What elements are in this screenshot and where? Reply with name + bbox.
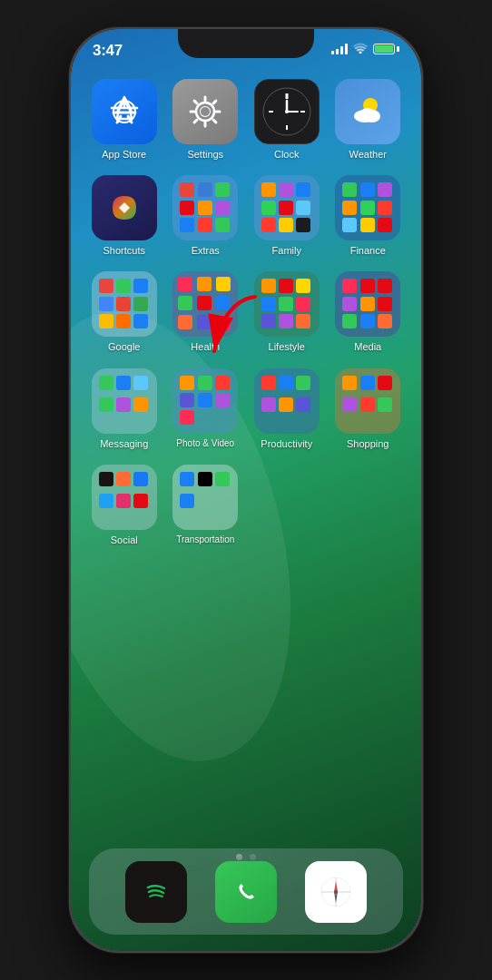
social-icon [92,465,157,530]
productivity-label: Productivity [261,438,312,450]
shopping-label: Shopping [347,438,389,450]
productivity-icon [254,368,320,434]
app-item-family[interactable]: Family [250,175,324,257]
app-item-extras[interactable]: Extras [169,175,243,257]
health-label: Health [191,341,220,353]
svg-point-18 [360,108,375,119]
app-item-google[interactable]: Google [87,271,162,353]
clock-icon [254,79,320,144]
svg-point-19 [140,876,172,908]
appstore-icon [92,79,157,144]
app-item-shopping[interactable]: Shopping [331,368,406,450]
screen: 3:47 [71,29,421,951]
extras-label: Extras [192,245,220,257]
messaging-icon [92,368,157,434]
app-item-social[interactable]: Social [87,465,162,546]
family-icon [254,175,320,240]
shortcuts-icon [92,175,157,240]
transportation-icon [172,465,238,530]
photo-video-label: Photo & Video [176,438,234,449]
social-label: Social [111,534,138,546]
svg-point-14 [285,110,289,113]
app-item-health[interactable]: Health [169,271,243,353]
lifestyle-icon [254,271,320,337]
app-item-media[interactable]: Media [331,271,406,353]
lifestyle-label: Lifestyle [269,341,305,353]
dock [89,848,403,935]
shortcuts-label: Shortcuts [103,245,145,257]
shopping-icon [335,368,400,434]
app-item-settings[interactable]: Settings [169,79,243,161]
transportation-label: Transportation [176,534,234,545]
messaging-label: Messaging [100,438,148,450]
phone-icon [215,861,277,923]
media-label: Media [354,341,381,353]
spotify-icon [125,861,187,923]
status-time: 3:47 [93,42,123,60]
signal-icon [331,44,348,54]
appstore-label: App Store [102,149,146,161]
media-icon [335,271,400,337]
weather-label: Weather [349,149,387,161]
app-item-clock[interactable]: Clock [250,79,324,161]
app-item-shortcuts[interactable]: Shortcuts [87,175,162,257]
app-item-transportation[interactable]: Transportation [169,465,243,546]
app-item-photo-video[interactable]: Photo & Video [169,368,243,450]
svg-point-26 [334,890,338,894]
app-item-appstore[interactable]: App Store [87,79,162,161]
app-item-lifestyle[interactable]: Lifestyle [250,271,324,353]
clock-label: Clock [274,149,300,161]
settings-label: Settings [187,149,223,161]
google-icon [92,271,157,337]
phone-frame: 3:47 [69,27,423,953]
finance-label: Finance [350,245,386,257]
family-label: Family [272,245,301,257]
dock-app-safari[interactable] [305,861,367,923]
status-icons [331,42,399,56]
app-item-productivity[interactable]: Productivity [250,368,324,450]
app-item-weather[interactable]: Weather [331,79,406,161]
notch [178,29,314,58]
dock-app-phone[interactable] [215,861,277,923]
battery-icon [373,44,399,54]
app-grid: App Store Settings [87,79,405,546]
settings-icon [172,79,238,144]
app-item-messaging[interactable]: Messaging [87,368,162,450]
weather-icon [335,79,400,144]
power-button[interactable] [421,229,423,310]
safari-icon [305,861,367,923]
extras-icon [172,175,238,240]
health-icon [172,271,238,337]
svg-point-4 [201,107,210,116]
finance-icon [335,175,400,240]
photo-video-icon [172,368,238,434]
dock-app-spotify[interactable] [125,861,187,923]
wifi-icon [353,42,368,56]
google-label: Google [108,341,140,353]
app-item-finance[interactable]: Finance [331,175,406,257]
